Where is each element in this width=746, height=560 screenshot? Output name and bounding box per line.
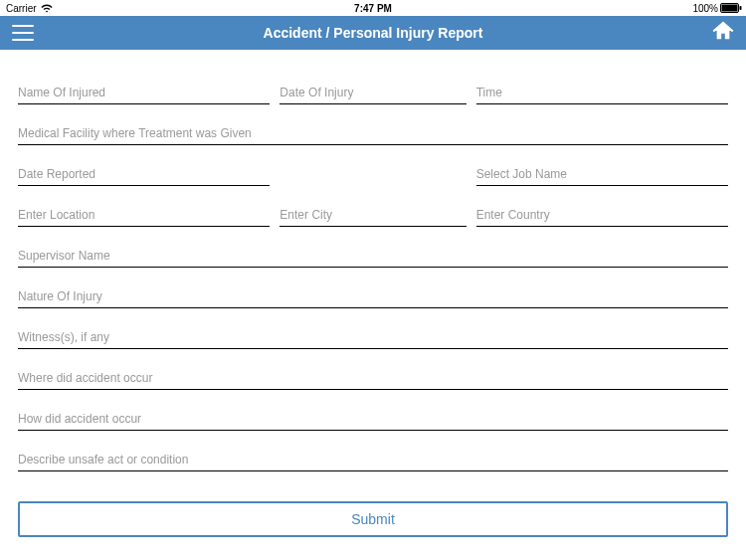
medical-facility-field[interactable] <box>18 120 728 145</box>
country-field[interactable] <box>476 202 728 227</box>
form-content: Submit <box>0 50 746 549</box>
carrier-label: Carrier <box>6 3 37 14</box>
city-field[interactable] <box>280 202 466 227</box>
battery-pct: 100% <box>692 3 718 14</box>
status-bar: Carrier 7:47 PM 100% <box>0 0 746 16</box>
home-icon[interactable] <box>712 21 734 45</box>
submit-button[interactable]: Submit <box>18 501 728 537</box>
date-of-injury-field[interactable] <box>280 80 466 104</box>
location-field[interactable] <box>18 202 270 227</box>
svg-rect-1 <box>722 5 738 12</box>
status-time: 7:47 PM <box>354 3 392 14</box>
where-accident-field[interactable] <box>18 365 728 390</box>
time-field[interactable] <box>476 80 728 104</box>
page-title: Accident / Personal Injury Report <box>264 25 483 41</box>
menu-icon[interactable] <box>12 25 34 41</box>
battery-icon <box>720 3 742 13</box>
supervisor-name-field[interactable] <box>18 243 728 268</box>
select-job-name-field[interactable] <box>476 161 728 186</box>
witness-field[interactable] <box>18 324 728 349</box>
wifi-icon <box>41 4 53 13</box>
empty-spacer <box>280 161 466 186</box>
status-left: Carrier <box>4 3 53 14</box>
status-right: 100% <box>692 3 742 14</box>
nav-bar: Accident / Personal Injury Report <box>0 16 746 50</box>
nature-of-injury-field[interactable] <box>18 283 728 308</box>
svg-rect-2 <box>740 6 742 10</box>
describe-unsafe-field[interactable] <box>18 447 728 471</box>
name-of-injured-field[interactable] <box>18 80 270 104</box>
how-accident-field[interactable] <box>18 406 728 431</box>
date-reported-field[interactable] <box>18 161 270 186</box>
